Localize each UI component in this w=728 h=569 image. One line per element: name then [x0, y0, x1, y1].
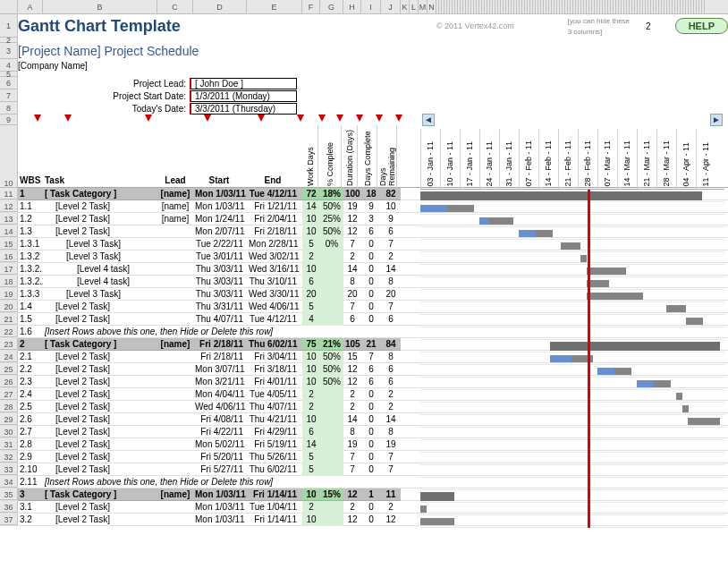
cell-task[interactable]: [Level 2 Task] — [43, 514, 157, 526]
cell-duration[interactable]: 7 — [343, 301, 361, 313]
cell-lead[interactable] — [157, 426, 193, 438]
cell-workdays[interactable]: 2 — [302, 388, 320, 401]
cell-workdays[interactable]: 75 — [302, 338, 320, 351]
cell-pct[interactable]: 15% — [320, 488, 343, 501]
cell-dayscomp[interactable]: 0 — [361, 251, 381, 263]
scroll-left-button[interactable]: ◄ — [422, 114, 435, 126]
cell-start[interactable]: Mon 3/21/11 — [193, 376, 247, 388]
cell-workdays[interactable]: 2 — [302, 251, 320, 263]
cell-workdays[interactable]: 6 — [302, 276, 320, 288]
cell-pct[interactable] — [320, 276, 343, 288]
company-name[interactable]: [Company Name] — [18, 61, 88, 71]
cell-task[interactable]: [Level 2 Task] — [43, 363, 157, 376]
cell-wbs[interactable]: 1.1 — [18, 200, 43, 213]
cell-dayscomp[interactable]: 0 — [361, 401, 381, 413]
cell-dayscomp[interactable]: 1 — [361, 488, 381, 501]
cell-workdays[interactable]: 4 — [302, 313, 320, 326]
cell-duration[interactable]: 6 — [343, 313, 361, 326]
col-workdays[interactable]: Work Days — [302, 125, 318, 188]
cell-duration[interactable]: 7 — [343, 463, 361, 476]
cell-lead[interactable]: [name] — [157, 488, 193, 501]
cell-workdays[interactable]: 2 — [302, 501, 320, 514]
cell-pct[interactable]: 18% — [320, 188, 343, 200]
help-button[interactable]: HELP — [675, 18, 728, 34]
cell-wbs[interactable]: 2.5 — [18, 401, 43, 413]
cell-dayscomp[interactable]: 0 — [361, 288, 381, 301]
cell-daysrem[interactable]: 82 — [381, 188, 401, 200]
cell-workdays[interactable]: 2 — [302, 401, 320, 413]
cell-workdays[interactable]: 5 — [302, 238, 320, 251]
cell-daysrem[interactable]: 19 — [381, 438, 401, 451]
cell-duration[interactable]: 8 — [343, 276, 361, 288]
cell-daysrem[interactable]: 84 — [381, 338, 401, 351]
cell-lead[interactable]: [name] — [157, 338, 193, 351]
cell-dayscomp[interactable]: 18 — [361, 188, 381, 200]
cell-lead[interactable] — [157, 225, 193, 238]
cell-task[interactable]: [Level 2 Task] — [43, 401, 157, 413]
cell-pct[interactable]: 25% — [320, 213, 343, 225]
cell-pct[interactable] — [320, 388, 343, 401]
cell-duration[interactable]: 2 — [343, 251, 361, 263]
cell-end[interactable]: Fri 5/19/11 — [247, 438, 302, 451]
cell-wbs[interactable]: 3.1 — [18, 501, 43, 514]
cell-task[interactable]: [Level 2 Task] — [43, 225, 157, 238]
cell-daysrem[interactable]: 11 — [381, 488, 401, 501]
cell-start[interactable]: Thu 3/03/11 — [193, 263, 247, 276]
cell-wbs[interactable]: 2.3 — [18, 376, 43, 388]
cell-lead[interactable]: [name] — [157, 213, 193, 225]
cell-end[interactable]: Fri 4/29/11 — [247, 426, 302, 438]
cell-lead[interactable] — [157, 413, 193, 426]
cell-daysrem[interactable]: 2 — [381, 251, 401, 263]
cell-lead[interactable] — [157, 251, 193, 263]
cell-duration[interactable]: 12 — [343, 514, 361, 526]
col-daysrem[interactable]: Days Remaining — [377, 125, 397, 188]
cell-workdays[interactable]: 10 — [302, 263, 320, 276]
cell-pct[interactable] — [320, 413, 343, 426]
cell-start[interactable]: Fri 2/18/11 — [193, 351, 247, 363]
cell-workdays[interactable]: 14 — [302, 438, 320, 451]
cell-daysrem[interactable]: 14 — [381, 413, 401, 426]
cell-wbs[interactable]: 2.10 — [18, 463, 43, 476]
cell-workdays[interactable]: 10 — [302, 413, 320, 426]
cell-lead[interactable] — [157, 313, 193, 326]
cell-duration[interactable]: 105 — [343, 338, 361, 351]
cell-start[interactable]: Mon 1/03/11 — [193, 188, 247, 200]
cell-start[interactable]: Mon 1/03/11 — [193, 488, 247, 501]
cell-pct[interactable] — [320, 313, 343, 326]
cell-daysrem[interactable]: 2 — [381, 401, 401, 413]
cell-workdays[interactable]: 5 — [302, 463, 320, 476]
cell-duration[interactable]: 19 — [343, 438, 361, 451]
cell-task[interactable]: [ Task Category ] — [43, 188, 157, 200]
cell-end[interactable]: Fri 1/14/11 — [247, 514, 302, 526]
cell-wbs[interactable]: 1 — [18, 188, 43, 200]
cell-task[interactable]: [Level 2 Task] — [43, 451, 157, 463]
cell-daysrem[interactable]: 7 — [381, 463, 401, 476]
cell-task[interactable]: [Level 3 Task] — [43, 251, 157, 263]
cell-wbs[interactable]: 2.7 — [18, 426, 43, 438]
cell-end[interactable]: Fri 1/21/11 — [247, 200, 302, 213]
cell-daysrem[interactable]: 7 — [381, 301, 401, 313]
cell-start[interactable]: Thu 4/07/11 — [193, 313, 247, 326]
cell-pct[interactable]: 50% — [320, 225, 343, 238]
project-lead-input[interactable]: [ John Doe ] — [190, 78, 297, 89]
cell-end[interactable]: Wed 3/02/11 — [247, 251, 302, 263]
cell-dayscomp[interactable]: 6 — [361, 376, 381, 388]
cell-end[interactable]: Tue 1/04/11 — [247, 501, 302, 514]
cell-daysrem[interactable]: 7 — [381, 238, 401, 251]
col-task[interactable]: Task — [43, 174, 157, 187]
cell-wbs[interactable]: 1.6 — [18, 326, 43, 338]
cell-duration[interactable]: 12 — [343, 225, 361, 238]
cell-dayscomp[interactable]: 0 — [361, 263, 381, 276]
cell-daysrem[interactable]: 6 — [381, 376, 401, 388]
insert-row-note[interactable]: [Insert Rows above this one, then Hide o… — [43, 326, 383, 338]
cell-task[interactable]: [ Task Category ] — [43, 338, 157, 351]
cell-task[interactable]: [Level 4 task] — [43, 263, 157, 276]
cell-task[interactable]: [Level 2 Task] — [43, 426, 157, 438]
cell-task[interactable]: [Level 2 Task] — [43, 388, 157, 401]
cell-dayscomp[interactable]: 0 — [361, 413, 381, 426]
cell-pct[interactable]: 0% — [320, 238, 343, 251]
cell-end[interactable]: Tue 4/05/11 — [247, 388, 302, 401]
cell-start[interactable]: Mon 4/04/11 — [193, 388, 247, 401]
cell-end[interactable]: Thu 4/07/11 — [247, 401, 302, 413]
cell-wbs[interactable]: 3.2 — [18, 514, 43, 526]
